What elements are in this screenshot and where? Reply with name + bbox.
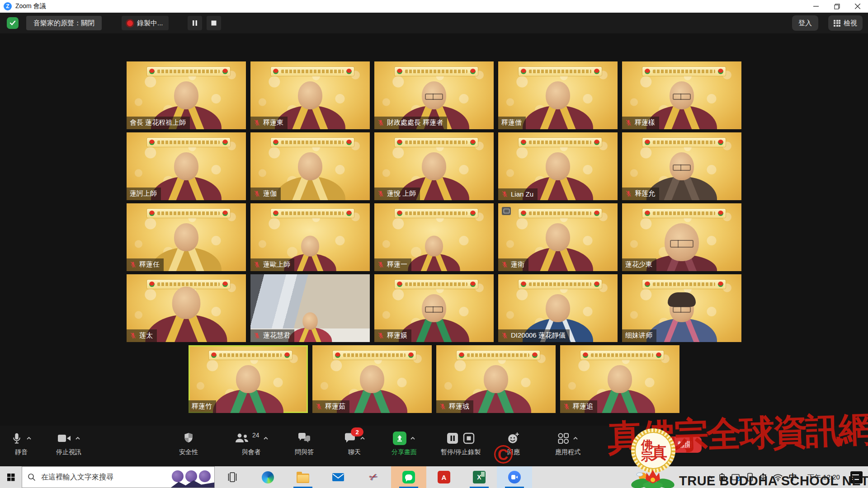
video-tile[interactable]: 釋蓮東 <box>250 61 370 129</box>
excel-button[interactable]: X <box>462 466 497 488</box>
chevron-up-icon[interactable] <box>26 436 32 440</box>
video-tile[interactable]: 釋蓮媖 <box>374 274 494 342</box>
virtual-background-banner <box>642 209 726 218</box>
signin-button[interactable]: 登入 <box>792 15 818 31</box>
video-tile[interactable]: 釋蓮樣 <box>622 61 741 129</box>
participant-name: 釋蓮任 <box>139 260 160 269</box>
security-button[interactable]: 安全性 <box>179 430 198 456</box>
notification-center-icon[interactable] <box>850 471 863 483</box>
original-sound-button[interactable]: 音樂家的原聲：關閉 <box>26 16 102 30</box>
video-tile[interactable]: DI20006 蓮花靜儀 <box>498 274 618 342</box>
stop-video-label: 停止視訊 <box>56 448 81 456</box>
stop-video-button[interactable]: 停止視訊 <box>56 430 81 456</box>
video-tile[interactable]: 財政處處長 釋蓮者 <box>374 61 494 129</box>
share-screen-button[interactable]: 分享畫面 <box>392 430 417 456</box>
taskbar-search[interactable] <box>22 466 215 488</box>
mail-icon <box>332 472 344 482</box>
participant-nameplate: 细妹讲师 <box>622 329 656 342</box>
weather-icon[interactable] <box>636 470 650 484</box>
video-tile[interactable]: 蓮花慧君 <box>250 274 370 342</box>
video-tile[interactable]: 蓮花少東 <box>622 203 741 271</box>
video-tile[interactable]: 釋蓮茹 <box>312 345 432 413</box>
video-tile[interactable]: 蓮悅 上師 <box>374 132 494 200</box>
apps-button[interactable]: 應用程式 <box>555 430 580 456</box>
start-button[interactable] <box>0 466 22 488</box>
lotus-emblem-icon <box>645 211 650 216</box>
taskbar-clock[interactable]: 下午 12:20 <box>803 466 844 488</box>
chevron-up-icon[interactable] <box>263 436 269 440</box>
reactions-button[interactable]: 回應 <box>507 430 520 456</box>
video-row: 釋蓮任蓮歐上師釋蓮一蓮衛蓮花少東 <box>127 203 741 271</box>
video-tile[interactable]: 釋蓮追 <box>560 345 679 413</box>
banner-text <box>467 353 529 357</box>
qa-button[interactable]: 問與答 <box>295 430 314 456</box>
lotus-emblem-icon <box>222 140 228 145</box>
video-tile[interactable]: 釋蓮竹 <box>189 345 308 413</box>
file-explorer-button[interactable] <box>285 466 321 488</box>
virtual-background-banner <box>271 209 354 218</box>
mute-button[interactable]: 靜音 <box>11 430 32 456</box>
chevron-up-icon[interactable] <box>360 436 365 440</box>
search-highlight-art[interactable] <box>171 467 214 488</box>
lotus-emblem-icon <box>521 140 526 145</box>
onedrive-icon[interactable] <box>731 473 741 481</box>
video-tile[interactable]: 蓮伽 <box>250 132 370 200</box>
stop-recording-button[interactable] <box>207 16 221 30</box>
banner-text <box>529 282 591 286</box>
virtual-background-banner <box>519 67 602 76</box>
leave-button[interactable]: 離開 <box>668 436 702 453</box>
task-view-button[interactable] <box>215 466 250 488</box>
participants-button[interactable]: 24 與會者 <box>234 430 269 456</box>
smiley-plus-icon <box>507 432 520 445</box>
phone-icon[interactable] <box>747 473 753 482</box>
restore-button[interactable] <box>826 0 847 13</box>
lotus-emblem-icon <box>532 352 538 358</box>
close-button[interactable] <box>847 0 868 13</box>
participant-name: 釋蓮媖 <box>387 331 407 340</box>
battery-icon[interactable] <box>719 473 725 482</box>
banner-text <box>405 282 467 286</box>
chevron-up-icon[interactable] <box>75 436 80 440</box>
acrobat-button[interactable]: A <box>426 466 462 488</box>
video-tile[interactable]: 釋蓮一 <box>374 203 494 271</box>
usb-icon[interactable] <box>759 473 767 482</box>
video-tile[interactable]: 蓮歐上師 <box>250 203 370 271</box>
task-view-icon <box>226 472 238 483</box>
edge-button[interactable] <box>250 466 285 488</box>
security-shield-icon[interactable] <box>7 17 19 29</box>
video-tile[interactable]: Lian Zu <box>498 132 618 200</box>
chevron-up-icon[interactable] <box>573 436 578 440</box>
wifi-icon[interactable] <box>773 474 783 481</box>
search-input[interactable] <box>40 473 151 482</box>
video-tile[interactable]: 蓮訶上師 <box>127 132 246 200</box>
minimize-button[interactable] <box>806 0 826 13</box>
tray-chevron-icon[interactable] <box>707 475 713 479</box>
banner-text <box>653 282 715 286</box>
video-tile[interactable]: 釋蓮珬 <box>436 345 556 413</box>
view-button[interactable]: 檢視 <box>828 15 863 31</box>
video-tile[interactable]: 细妹讲师 <box>622 274 741 342</box>
line-button[interactable] <box>391 466 426 488</box>
ime-indicator[interactable]: 中 <box>789 472 797 483</box>
video-tile[interactable]: 會長 蓮花程祖上師 <box>127 61 246 129</box>
zoom-app-button[interactable] <box>497 466 532 488</box>
participant-name: 蓮悅 上師 <box>387 189 416 198</box>
search-icon <box>28 473 36 481</box>
participant-video <box>517 81 599 129</box>
banner-text <box>591 353 653 357</box>
video-tile[interactable]: 释莲允 <box>622 132 741 200</box>
video-tile[interactable]: 釋蓮任 <box>127 203 246 271</box>
pause-recording-button[interactable] <box>188 16 202 30</box>
chat-button[interactable]: 2 聊天 <box>344 430 365 456</box>
snipping-tool-button[interactable]: ✂ <box>356 466 391 488</box>
video-tile[interactable]: 莲太 <box>127 274 246 342</box>
lotus-emblem-icon <box>222 69 228 74</box>
chevron-up-icon[interactable] <box>410 436 415 440</box>
security-label: 安全性 <box>179 448 198 456</box>
mail-button[interactable] <box>321 466 356 488</box>
lotus-emblem-icon <box>149 69 155 74</box>
pause-stop-record-button[interactable]: 暫停/停止錄製 <box>441 430 481 456</box>
video-tile[interactable]: 釋蓮僧 <box>498 61 618 129</box>
participant-video <box>404 236 464 271</box>
video-tile[interactable]: 蓮衛 <box>498 203 618 271</box>
